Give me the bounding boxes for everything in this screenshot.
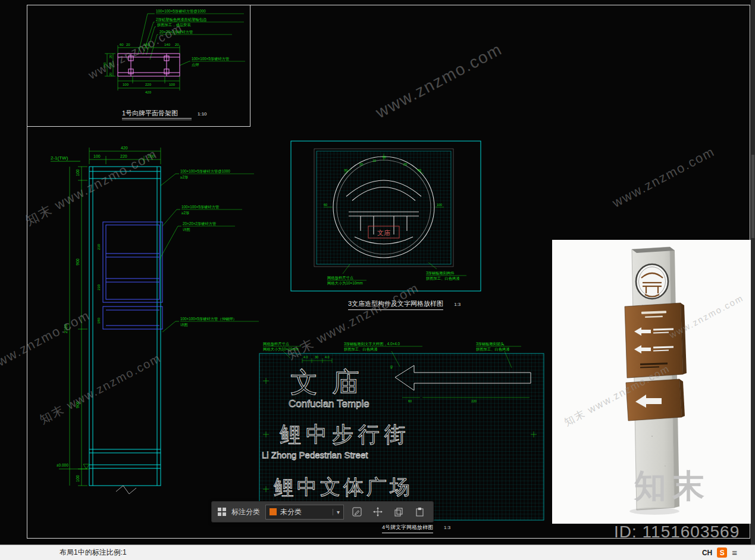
svg-text:鲤中步行街: 鲤中步行街 [280, 422, 411, 446]
svg-text:100: 100 [437, 203, 442, 207]
scrollbar-thumb[interactable] [751, 155, 754, 238]
cad-workspace: 100×100×5厚镀锌方管@1000 2厚铝塑板色烤漆面铝塑板包边 拼图加工，… [0, 0, 755, 560]
svg-text:3厚钢板雕刻构件: 3厚钢板雕刻构件 [426, 271, 455, 276]
svg-text:±0.000: ±0.000 [57, 463, 68, 467]
category-color-swatch [270, 508, 277, 515]
watermark-brand: 知末 [634, 465, 710, 508]
svg-text:≥2厚: ≥2厚 [181, 211, 190, 215]
annotation-toolbar: 标注分类 未分类 [211, 501, 434, 523]
input-language-indicator[interactable]: CH [702, 549, 712, 557]
plan-label: 2厚铝塑板色烤漆面铝塑板包边 [156, 17, 207, 22]
svg-text:10: 10 [372, 159, 376, 162]
svg-text:40: 40 [390, 365, 393, 369]
watermark-id-label: ID: 1151603569 [614, 523, 740, 542]
emblem-title-scale: 1:3 [454, 302, 460, 307]
svg-text:20: 20 [359, 162, 363, 166]
svg-text:100×100×5厚镀锌方管: 100×100×5厚镀锌方管 [181, 205, 219, 209]
plan-title: 1号向牌平面骨架图 1:10 [122, 110, 207, 120]
svg-text:1:10: 1:10 [198, 111, 207, 117]
svg-text:100: 100 [76, 475, 80, 482]
svg-text:4.0: 4.0 [325, 355, 330, 359]
svg-text:60: 60 [324, 203, 327, 207]
svg-text:140: 140 [164, 43, 171, 46]
textgrid-notes: 网格放样尺寸点 网格大小为10×10mm 3厚钢板雕刻文字大样图，4.0×4.0… [263, 342, 521, 352]
svg-text:拼图加工、白色烤漆: 拼图加工、白色烤漆 [426, 276, 460, 281]
plan-label: 100×100×5厚镀锌方管 [192, 57, 229, 61]
svg-text:100: 100 [123, 83, 129, 86]
elevation-labels: 100×100×5厚镀锌方管@1000 ≥2厚 100×100×5厚镀锌方管 ≥… [180, 169, 259, 327]
svg-text:100: 100 [76, 169, 80, 176]
svg-text:Confucian Temple: Confucian Temple [289, 398, 369, 409]
emblem-title: 3文庙造型构件及文字网格放样图 1:3 [348, 299, 460, 310]
elevation-ref: 2-1(TW) [51, 155, 80, 161]
elevation-dimension-lines [59, 148, 161, 486]
svg-text:鲤中文体广场: 鲤中文体广场 [274, 475, 413, 498]
svg-text:Li Zhong Pedestrian Street: Li Zhong Pedestrian Street [262, 450, 368, 460]
svg-text:180: 180 [143, 43, 150, 46]
edit-annotation-button[interactable] [349, 504, 365, 520]
wood-panel-upper [625, 303, 687, 378]
svg-text:900: 900 [76, 401, 80, 408]
svg-text:230: 230 [97, 284, 101, 290]
svg-text:拼图加工、白色烤漆: 拼图加工、白色烤漆 [344, 347, 378, 352]
svg-text:30: 30 [418, 168, 421, 172]
ime-menu-icon[interactable] [732, 548, 737, 558]
svg-text:3厚钢板雕刻文字大样图，4.0×4.0: 3厚钢板雕刻文字大样图，4.0×4.0 [344, 342, 400, 346]
svg-text:180: 180 [97, 317, 101, 324]
svg-text:20: 20 [126, 43, 130, 46]
svg-text:140: 140 [103, 62, 106, 68]
textgrid-title-text: 4号牌文字网格放样图 [382, 524, 433, 533]
plan-label: 100×100×5厚镀锌方管@1000 [156, 9, 206, 14]
plan-dim-text: 60 20 180 140 20 100 220 100 420 20 100 … [103, 43, 179, 94]
chevron-down-icon [333, 509, 340, 515]
textgrid-drawing: 网格放样尺寸点 网格大小为10×10mm 3厚钢板雕刻文字大样图，4.0×4.0… [255, 340, 549, 524]
svg-text:20: 20 [403, 162, 407, 166]
svg-text:3厚钢板雕刻箭头: 3厚钢板雕刻箭头 [476, 342, 505, 346]
status-bar: 布局1中的标注比例:1 CH S [0, 545, 755, 560]
svg-text:20: 20 [175, 43, 179, 46]
svg-text:420: 420 [145, 90, 152, 94]
svg-text:拼图加工、白色烤漆: 拼图加工、白色烤漆 [476, 347, 510, 352]
svg-text:60: 60 [383, 155, 386, 159]
ime-icon[interactable]: S [717, 548, 727, 558]
emblem-title-text: 3文庙造型构件及文字网格放样图 [348, 299, 443, 310]
vertical-scrollbar[interactable] [751, 0, 755, 545]
svg-text:30: 30 [315, 355, 318, 359]
svg-text:网格放样尺寸点: 网格放样尺寸点 [327, 276, 353, 280]
elevation-panel-frame [103, 222, 162, 329]
paste-button[interactable] [412, 504, 427, 520]
sheet-divider-horizontal [27, 126, 250, 127]
svg-text:220: 220 [471, 399, 477, 403]
plan-label: 20×20×2厚镀锌方管 [159, 30, 193, 35]
category-dropdown-value: 未分类 [280, 507, 302, 517]
svg-text:20×20×2厚镀锌方管: 20×20×2厚镀锌方管 [183, 221, 216, 226]
svg-text:网格大小为10×10mm: 网格大小为10×10mm [263, 347, 299, 352]
svg-text:2-1(TW): 2-1(TW) [51, 155, 68, 161]
category-grid-icon[interactable] [218, 508, 226, 516]
move-button[interactable] [370, 504, 386, 520]
emblem-cutout [636, 264, 668, 299]
elevation-leader-lines [159, 174, 181, 332]
svg-text:4.0: 4.0 [303, 355, 308, 359]
plan-assembly [118, 54, 180, 76]
plan-label: 点焊 [192, 62, 199, 67]
svg-text:60: 60 [408, 399, 412, 403]
svg-text:20: 20 [109, 73, 112, 76]
copy-button[interactable] [391, 504, 406, 520]
svg-text:420: 420 [121, 146, 128, 150]
svg-text:网格大小为10×10mm: 网格大小为10×10mm [327, 281, 363, 286]
textgrid-title-scale: 1:3 [444, 525, 450, 530]
emblem-notes: 网格放样尺寸点 网格大小为10×10mm 3厚钢板雕刻构件 拼图加工、白色烤漆 [327, 262, 466, 286]
svg-text:220: 220 [120, 154, 127, 158]
category-label: 标注分类 [231, 507, 260, 517]
svg-text:60: 60 [120, 43, 124, 46]
svg-text:2100: 2100 [64, 324, 68, 333]
svg-text:100: 100 [169, 83, 176, 86]
category-dropdown[interactable]: 未分类 [265, 505, 344, 520]
statusbar-right: CH S [702, 548, 755, 558]
elevation-structure [89, 167, 161, 486]
svg-text:30: 30 [344, 168, 347, 172]
plan-label: 拼图加工，成品安装 [157, 23, 191, 27]
sheet-divider-vertical [250, 5, 250, 127]
svg-text:详图: 详图 [180, 323, 188, 327]
